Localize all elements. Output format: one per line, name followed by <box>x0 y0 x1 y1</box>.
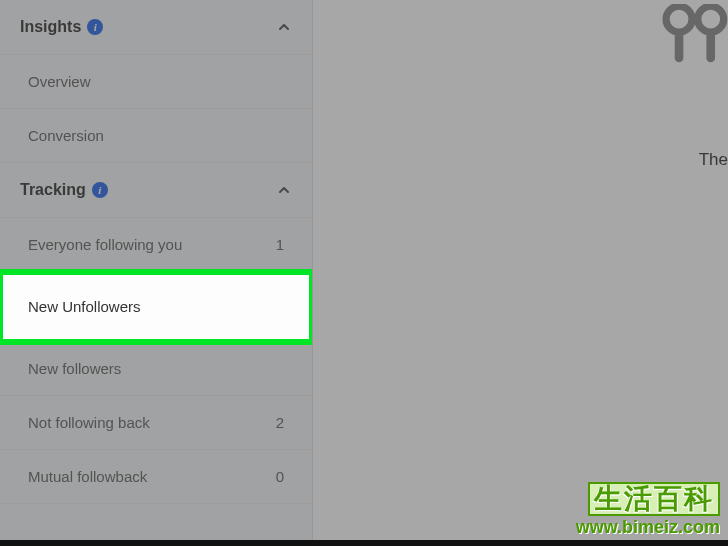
sidebar-item-label: Overview <box>28 73 91 90</box>
settings-icon <box>656 4 728 74</box>
sidebar-item-new-followers[interactable]: New followers <box>0 342 312 396</box>
sidebar-item-label: New Unfollowers <box>28 298 141 315</box>
bottom-bar <box>0 540 728 546</box>
sidebar-item-label: Mutual followback <box>28 468 147 485</box>
sidebar-item-count: 0 <box>276 468 284 485</box>
info-icon: i <box>87 19 103 35</box>
sidebar-item-not-following-back[interactable]: Not following back 2 <box>0 396 312 450</box>
sidebar-item-conversion[interactable]: Conversion <box>0 109 312 163</box>
chevron-up-icon <box>276 19 292 35</box>
sidebar: Insights i Overview Conversion Tracking … <box>0 0 313 546</box>
svg-rect-1 <box>706 31 715 63</box>
sidebar-item-label: Not following back <box>28 414 150 431</box>
watermark: 生活百科 www.bimeiz.com <box>576 482 720 536</box>
sidebar-item-mutual-followback[interactable]: Mutual followback 0 <box>0 450 312 504</box>
sidebar-item-count: 1 <box>276 236 284 253</box>
svg-rect-0 <box>675 31 684 63</box>
section-header-tracking[interactable]: Tracking i <box>0 163 312 218</box>
section-title-tracking: Tracking <box>20 181 86 199</box>
section-title-insights: Insights <box>20 18 81 36</box>
sidebar-item-new-unfollowers[interactable]: New Unfollowers <box>0 272 312 342</box>
watermark-url: www.bimeiz.com <box>576 518 720 536</box>
sidebar-item-count: 2 <box>276 414 284 431</box>
sidebar-item-label: New followers <box>28 360 121 377</box>
info-icon: i <box>92 182 108 198</box>
chevron-up-icon <box>276 182 292 198</box>
section-header-insights[interactable]: Insights i <box>0 0 312 55</box>
main-content: The <box>313 0 728 546</box>
main-partial-text: The <box>699 150 728 170</box>
sidebar-item-overview[interactable]: Overview <box>0 55 312 109</box>
sidebar-item-everyone-following[interactable]: Everyone following you 1 <box>0 218 312 272</box>
sidebar-item-label: Conversion <box>28 127 104 144</box>
watermark-text: 生活百科 <box>588 482 720 516</box>
sidebar-item-label: Everyone following you <box>28 236 182 253</box>
